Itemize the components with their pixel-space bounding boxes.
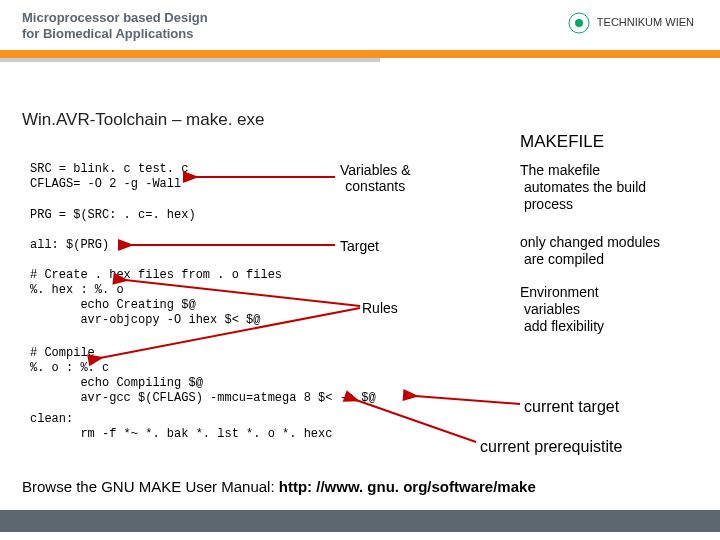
slide-title: Win.AVR-Toolchain – make. exe: [22, 110, 265, 130]
code-variables: SRC = blink. c test. c CFLAGS= -O 2 -g -…: [30, 162, 188, 192]
bottom-bar: [0, 510, 720, 532]
text-makefile-automates: The makefile automates the build process: [520, 162, 646, 213]
label-variables: Variables & constants: [340, 162, 411, 194]
arrow-current-prereq: [348, 396, 478, 446]
svg-line-5: [100, 308, 360, 358]
text-only-changed: only changed modules are compiled: [520, 234, 660, 268]
code-prg: PRG = $(SRC: . c=. hex): [30, 208, 196, 223]
arrow-variables: [185, 170, 335, 184]
label-current-target: current target: [524, 398, 619, 416]
footer-line: Browse the GNU MAKE User Manual: http: /…: [22, 478, 536, 495]
header: Microprocessor based Design for Biomedic…: [0, 0, 720, 62]
orange-separator: [0, 50, 720, 58]
arrow-target: [120, 238, 335, 252]
grey-accent: [0, 58, 380, 62]
logo: TECHNIKUM WIEN: [564, 8, 694, 38]
code-clean: clean: rm -f *~ *. bak *. lst *. o *. he…: [30, 412, 332, 442]
label-current-prereq: current prerequistite: [480, 438, 622, 456]
label-variables-l1: Variables &: [340, 162, 411, 178]
label-target: Target: [340, 238, 379, 254]
footer-prefix: Browse the GNU MAKE User Manual:: [22, 478, 279, 495]
course-title-l2: for Biomedical Applications: [22, 26, 193, 41]
logo-text: TECHNIKUM WIEN: [597, 16, 694, 28]
slide: { "header": { "title_l1": "Microprocesso…: [0, 0, 720, 540]
makefile-heading: MAKEFILE: [520, 132, 604, 152]
course-title-l1: Microprocessor based Design: [22, 10, 208, 25]
course-title: Microprocessor based Design for Biomedic…: [22, 10, 208, 42]
svg-point-1: [575, 19, 583, 27]
svg-line-4: [125, 280, 360, 306]
text-env-vars: Environment variables add flexibility: [520, 284, 604, 335]
arrow-rules-2: [90, 306, 360, 366]
code-all: all: $(PRG): [30, 238, 109, 253]
logo-icon: [564, 8, 594, 38]
label-rules: Rules: [362, 300, 398, 316]
footer-url: http: //www. gnu. org/software/make: [279, 478, 536, 495]
label-variables-l2: constants: [345, 178, 405, 194]
svg-line-7: [356, 400, 476, 442]
